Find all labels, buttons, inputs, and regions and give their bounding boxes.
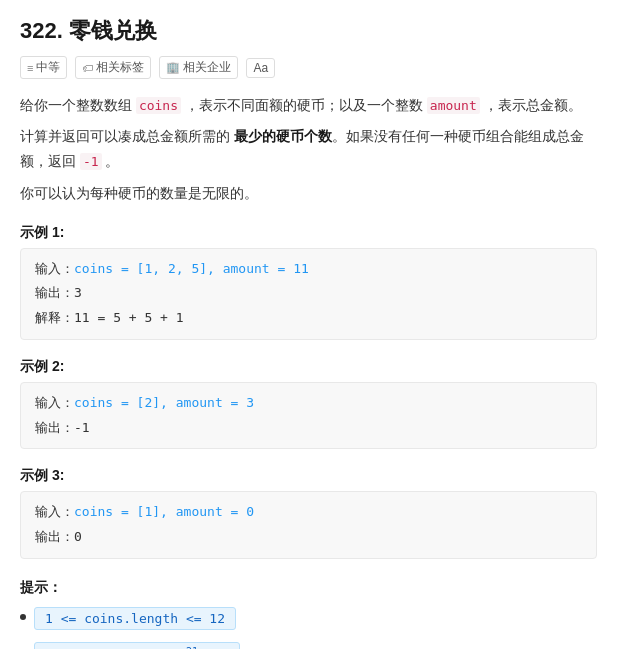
description-3: 你可以认为每种硬币的数量是无限的。 xyxy=(20,181,597,206)
example-3-output: 输出：0 xyxy=(35,525,582,550)
keyword-neg1: -1 xyxy=(80,153,102,170)
hint-code-1: 1 <= coins.length <= 12 xyxy=(34,607,236,630)
example-2-output: 输出：-1 xyxy=(35,416,582,441)
example-2-box: 输入：coins = [2], amount = 3 输出：-1 xyxy=(20,382,597,449)
example-1-output: 输出：3 xyxy=(35,281,582,306)
hints-section: 提示： 1 <= coins.length <= 12 1 <= coins[i… xyxy=(20,579,597,649)
example-1-box: 输入：coins = [1, 2, 5], amount = 11 输出：3 解… xyxy=(20,248,597,340)
hints-title: 提示： xyxy=(20,579,597,597)
description-1: 给你一个整数数组 coins ，表示不同面额的硬币；以及一个整数 amount … xyxy=(20,93,597,118)
keyword-coins: coins xyxy=(136,97,181,114)
tag-label-icon: 🏷 xyxy=(82,62,93,74)
keyword-amount: amount xyxy=(427,97,480,114)
example-1-explain: 解释：11 = 5 + 5 + 1 xyxy=(35,306,582,331)
tag-difficulty[interactable]: ≡ 中等 xyxy=(20,56,67,79)
tag-difficulty-label: 中等 xyxy=(36,59,60,76)
tag-font[interactable]: Aa xyxy=(246,58,275,78)
hint-bullet-1 xyxy=(20,614,26,620)
example-3-input: 输入：coins = [1], amount = 0 xyxy=(35,500,582,525)
page-title: 322. 零钱兑换 xyxy=(20,16,597,46)
hint-item-2: 1 <= coins[i] <= 221 - 1 xyxy=(20,642,597,649)
example-2-title: 示例 2: xyxy=(20,358,597,376)
tag-font-label: Aa xyxy=(253,61,268,75)
tag-related-company[interactable]: 🏢 相关企业 xyxy=(159,56,238,79)
tag-company-icon: 🏢 xyxy=(166,61,180,74)
tag-difficulty-icon: ≡ xyxy=(27,62,33,74)
example-3-title: 示例 3: xyxy=(20,467,597,485)
tag-related-company-label: 相关企业 xyxy=(183,59,231,76)
tag-related-tags-label: 相关标签 xyxy=(96,59,144,76)
example-2-input: 输入：coins = [2], amount = 3 xyxy=(35,391,582,416)
example-1-title: 示例 1: xyxy=(20,224,597,242)
description-bold: 最少的硬币个数 xyxy=(234,128,332,144)
hint-code-2: 1 <= coins[i] <= 221 - 1 xyxy=(34,642,240,649)
tags-row: ≡ 中等 🏷 相关标签 🏢 相关企业 Aa xyxy=(20,56,597,79)
tag-related-tags[interactable]: 🏷 相关标签 xyxy=(75,56,151,79)
description-2: 计算并返回可以凑成总金额所需的 最少的硬币个数。如果没有任何一种硬币组合能组成总… xyxy=(20,124,597,174)
hint-item-1: 1 <= coins.length <= 12 xyxy=(20,607,597,630)
example-3-box: 输入：coins = [1], amount = 0 输出：0 xyxy=(20,491,597,558)
example-1-input: 输入：coins = [1, 2, 5], amount = 11 xyxy=(35,257,582,282)
